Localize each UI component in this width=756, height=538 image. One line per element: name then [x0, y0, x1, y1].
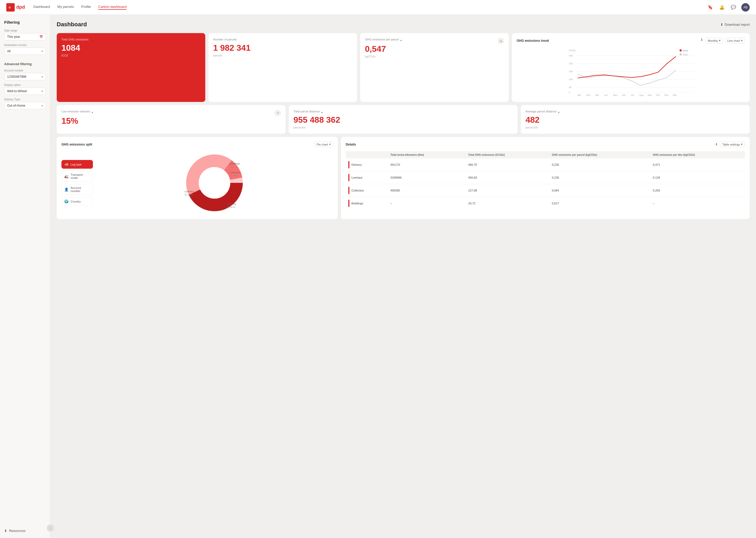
- row-per-tkm: 0,139: [650, 171, 745, 184]
- total-ghg-title: Total GHG emissions: [62, 38, 201, 41]
- num-parcels-title: Number of parcels: [213, 38, 352, 41]
- split-item-account-number[interactable]: 👤 Account number: [62, 184, 93, 195]
- destination-country-value: All: [7, 49, 11, 53]
- chevron-down-icon: ▾: [41, 50, 43, 53]
- num-parcels-unit: parcels: [213, 54, 352, 57]
- details-header: Details ⬇ Table settings ▾: [346, 141, 745, 147]
- nav-links: Dashboard My parcels Profile Carbon dash…: [33, 5, 707, 10]
- logo[interactable]: d dpd: [6, 3, 25, 12]
- nav-icons: 🔖 🔔 💬 AB: [707, 3, 750, 12]
- truck-icon: 🚚: [64, 162, 69, 166]
- svg-text:2022: 2022: [683, 53, 688, 56]
- svg-text:240: 240: [569, 70, 573, 73]
- chevron-down-icon: ▾: [41, 89, 43, 93]
- split-header: GHG emissions split Pie chart ▾: [62, 141, 333, 147]
- nav-dashboard[interactable]: Dashboard: [33, 5, 50, 10]
- num-parcels-card: Number of parcels 1 982 341 parcels: [209, 33, 357, 102]
- avg-distance-title: Average parcel distance: [526, 110, 556, 113]
- split-item-country[interactable]: 🌍 Country: [62, 197, 93, 206]
- split-item-account-number-label: Account number: [71, 186, 90, 192]
- row-tkm: 495585: [388, 184, 465, 197]
- low-emission-title: Low emission vehicles: [62, 110, 90, 113]
- chevron-down-icon: ▾: [741, 39, 743, 42]
- notification-icon[interactable]: 🔔: [718, 4, 726, 11]
- delivery-type-label: Delivery Type: [4, 98, 46, 101]
- row-ghg: 456,83: [466, 171, 549, 184]
- table-settings-select[interactable]: Table settings ▾: [720, 141, 745, 147]
- split-item-transport-mode[interactable]: 🚛 Transport mode: [62, 171, 93, 182]
- col-per-parcel: GHG emissions per parcel (kgCO2e): [549, 151, 650, 158]
- bookmark-icon[interactable]: 🔖: [707, 4, 714, 11]
- total-distance-title: Total parcel distance: [294, 110, 320, 113]
- download-icon[interactable]: ⬇: [700, 38, 703, 43]
- split-item-country-label: Country: [71, 200, 81, 203]
- svg-text:d: d: [9, 6, 11, 9]
- chevron-down-icon: ▾: [741, 143, 743, 146]
- row-per-parcel: 0,017: [549, 197, 650, 210]
- message-icon[interactable]: 💬: [730, 4, 737, 11]
- split-item-leg-type-label: Leg type: [71, 163, 82, 166]
- nav-profile[interactable]: Profile: [81, 5, 91, 10]
- delivery-type-filter: Delivery Type Out-of-Home ▾: [4, 98, 46, 109]
- 2023-legend-dot: [680, 49, 682, 51]
- row-per-tkm: –: [650, 197, 745, 210]
- delivery-type-select[interactable]: Out-of-Home ▾: [4, 102, 46, 109]
- trend-interval-select[interactable]: Monthly ▾: [705, 38, 723, 43]
- ghg-per-parcel-badge: ↘: [498, 38, 504, 44]
- table-row: Buildings – 33,72 0,017 –: [346, 197, 745, 210]
- display-option-label: Display option: [4, 83, 46, 86]
- total-ghg-unit: tCO2: [62, 54, 201, 57]
- split-chart-type-select[interactable]: Pie chart ▾: [314, 141, 333, 147]
- svg-text:160: 160: [569, 78, 573, 81]
- account-number-select[interactable]: 12365487896 ▾: [4, 73, 46, 81]
- low-emission-value: 15%: [62, 116, 281, 126]
- chevron-down-icon[interactable]: ▾: [321, 111, 323, 114]
- avg-distance-unit: parcel.km: [526, 126, 745, 129]
- chevron-down-icon[interactable]: ▾: [400, 39, 402, 42]
- row-tkm: 991170: [388, 158, 465, 171]
- chevron-down-icon[interactable]: ▾: [92, 111, 93, 114]
- ghg-per-parcel-value: 0,547: [365, 44, 504, 54]
- chevron-down-icon: ▾: [329, 143, 331, 146]
- user-avatar[interactable]: AB: [741, 3, 750, 12]
- globe-icon: 🌍: [64, 199, 69, 203]
- low-emission-header: Low emission vehicles ▾ ↗: [62, 110, 281, 116]
- chevron-down-icon[interactable]: ▾: [558, 111, 560, 114]
- svg-text:11,72 %: 11,72 %: [230, 175, 238, 177]
- svg-text:Mar: Mar: [595, 94, 599, 96]
- avg-distance-card: Average parcel distance ▾ 482 parcel.km: [521, 105, 750, 134]
- download-icon: ⬇: [4, 529, 7, 533]
- svg-text:May: May: [613, 94, 618, 96]
- account-number-value: 12365487896: [7, 75, 26, 79]
- row-per-tkm: 0,256: [650, 184, 745, 197]
- 2023-line: [578, 56, 676, 78]
- trend-chart-card: GHG emissions trend ⬇ Monthly ▾ Line cha…: [512, 33, 750, 102]
- svg-text:0: 0: [569, 91, 570, 94]
- split-items: 🚚 Leg type 🚛 Transport mode 👤 Account nu…: [62, 160, 93, 206]
- split-item-leg-type[interactable]: 🚚 Leg type: [62, 160, 93, 169]
- resources-button[interactable]: ⬇ Resources: [4, 529, 46, 533]
- trend-chart-type-select[interactable]: Line chart ▾: [725, 38, 745, 43]
- destination-country-label: Destination country: [4, 44, 46, 46]
- download-icon[interactable]: ⬇: [715, 142, 718, 146]
- delivery-type-value: Out-of-Home: [7, 104, 25, 107]
- nav-my-parcels[interactable]: My parcels: [58, 5, 74, 10]
- display-option-filter: Display option Well-to-Wheel ▾: [4, 83, 46, 95]
- low-emission-card: Low emission vehicles ▾ ↗ 15%: [57, 105, 286, 134]
- total-distance-card: Total parcel distance ▾ 955 488 362 parc…: [289, 105, 518, 134]
- display-option-select[interactable]: Well-to-Wheel ▾: [4, 87, 46, 95]
- chevron-down-icon: ▾: [41, 104, 43, 107]
- 2022-legend-dot: [680, 53, 682, 55]
- resources-label: Resources: [9, 529, 25, 533]
- col-name: [346, 151, 388, 158]
- svg-text:Sep: Sep: [647, 94, 652, 96]
- date-range-select[interactable]: This year 📅: [4, 33, 46, 40]
- svg-text:320: 320: [569, 62, 573, 65]
- sidebar-collapse-button[interactable]: ‹: [47, 524, 54, 532]
- download-report-button[interactable]: ⬇ Download report: [720, 23, 750, 27]
- destination-country-select[interactable]: All ▾: [4, 48, 46, 55]
- nav-carbon-dashboard[interactable]: Carbon dashboard: [98, 5, 126, 10]
- ghg-per-parcel-header: GHG emissions per parcel ▾ ↘: [365, 38, 504, 44]
- delivery-label-chart: Delivery: [227, 202, 236, 205]
- svg-text:Feb: Feb: [586, 94, 591, 96]
